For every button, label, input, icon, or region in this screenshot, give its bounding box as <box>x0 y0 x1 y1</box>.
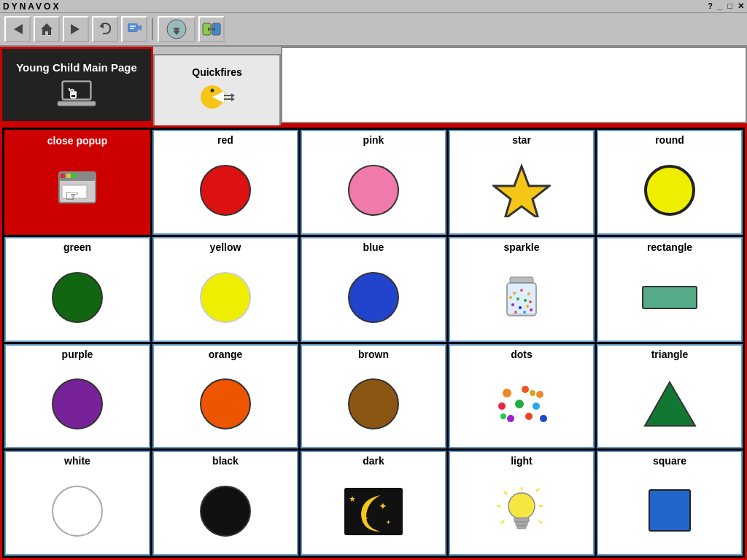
cell-brown-icon <box>302 362 445 448</box>
svg-marker-27 <box>231 97 235 101</box>
svg-rect-65 <box>344 488 403 535</box>
svg-point-60 <box>525 413 533 420</box>
svg-text:✦: ✦ <box>363 514 368 522</box>
svg-rect-36 <box>510 277 533 283</box>
titlebar-left: DYNAVOX <box>3 1 61 12</box>
tab-display <box>281 47 747 123</box>
cell-square-icon <box>598 468 741 554</box>
cell-rectangle[interactable]: rectangle <box>597 237 743 342</box>
cell-dark[interactable]: dark ✦ ✦ ✦ <box>301 451 446 556</box>
cell-pink-label: pink <box>363 134 384 146</box>
tab-main[interactable]: Young Child Main Page 🖱 <box>0 47 153 123</box>
svg-line-78 <box>536 489 539 491</box>
tab-main-label: Young Child Main Page <box>16 61 137 74</box>
cell-brown[interactable]: brown <box>301 344 446 449</box>
app-title: DYNAVOX <box>3 1 61 12</box>
cell-blue-label: blue <box>363 241 384 253</box>
cell-white-icon <box>6 468 149 554</box>
cell-rectangle-label: rectangle <box>647 241 692 253</box>
cell-dots-icon <box>450 362 593 448</box>
minimize-button[interactable]: _ <box>718 1 722 10</box>
svg-rect-4 <box>128 23 138 32</box>
svg-text:🖱: 🖱 <box>66 87 80 101</box>
svg-point-43 <box>511 303 514 306</box>
cell-sparkle[interactable]: sparkle <box>449 237 595 342</box>
cell-rectangle-icon <box>598 254 741 341</box>
cell-black-label: black <box>212 455 239 467</box>
cell-green-icon <box>6 254 149 341</box>
svg-line-80 <box>539 521 542 524</box>
svg-point-59 <box>507 415 514 422</box>
help-button[interactable]: ? <box>708 1 713 10</box>
svg-point-54 <box>522 386 529 393</box>
svg-rect-31 <box>66 174 71 178</box>
svg-point-53 <box>503 389 511 397</box>
nav-area: Young Child Main Page 🖱 Quickfires <box>0 47 747 125</box>
svg-rect-52 <box>643 287 697 308</box>
cell-blue[interactable]: blue <box>301 237 446 342</box>
home-button[interactable] <box>34 16 60 42</box>
toolbar-separator-1 <box>152 18 153 40</box>
cell-white[interactable]: white <box>4 451 150 556</box>
cell-black-icon <box>154 468 297 554</box>
main-grid: close popup ☞ red pink star <box>0 125 747 560</box>
cell-round[interactable]: round <box>597 130 743 235</box>
toolbar <box>0 13 747 47</box>
cell-pink[interactable]: pink <box>301 130 446 235</box>
svg-marker-64 <box>645 382 695 426</box>
close-popup-cell[interactable]: close popup ☞ <box>4 130 150 235</box>
svg-point-42 <box>524 299 527 302</box>
svg-text:✦: ✦ <box>386 519 391 526</box>
cell-red-icon <box>154 147 297 233</box>
cell-red-label: red <box>217 134 233 146</box>
cell-dark-icon: ✦ ✦ ✦ <box>302 468 445 554</box>
svg-point-38 <box>513 292 516 295</box>
svg-rect-71 <box>514 518 529 522</box>
svg-rect-51 <box>507 314 536 316</box>
svg-point-48 <box>530 308 533 311</box>
cell-round-label: round <box>655 134 684 146</box>
forward-button[interactable] <box>63 16 89 42</box>
svg-point-63 <box>530 390 535 396</box>
cell-square[interactable]: square <box>597 451 743 556</box>
cell-purple-icon <box>6 362 149 448</box>
svg-marker-25 <box>231 93 235 98</box>
svg-marker-5 <box>138 25 142 31</box>
maximize-button[interactable]: □ <box>727 1 732 10</box>
svg-line-75 <box>504 491 507 494</box>
svg-marker-0 <box>14 24 23 34</box>
cell-star[interactable]: star <box>449 130 595 235</box>
speak-button[interactable] <box>121 16 147 42</box>
cell-green[interactable]: green <box>4 237 150 342</box>
action-button[interactable] <box>198 16 225 42</box>
svg-line-79 <box>501 521 504 524</box>
cell-pink-icon <box>302 147 445 233</box>
close-popup-label: close popup <box>47 135 107 147</box>
cell-red[interactable]: red <box>152 130 298 235</box>
cell-light[interactable]: light <box>449 451 595 556</box>
cell-dots[interactable]: dots <box>449 344 595 449</box>
dropdown-button[interactable] <box>158 16 196 42</box>
cell-yellow[interactable]: yellow <box>152 237 298 342</box>
cell-triangle-label: triangle <box>651 349 689 360</box>
tab-quickfires-label: Quickfires <box>192 66 241 78</box>
cell-blue-icon <box>302 254 445 341</box>
undo-button[interactable] <box>92 16 118 42</box>
back-button[interactable] <box>4 16 31 42</box>
svg-point-49 <box>509 296 512 299</box>
cell-purple-label: purple <box>62 349 93 360</box>
close-window-button[interactable]: ✕ <box>738 1 744 10</box>
svg-point-70 <box>508 493 535 519</box>
cell-yellow-label: yellow <box>210 241 241 253</box>
cell-black[interactable]: black <box>152 451 298 556</box>
svg-rect-30 <box>61 174 65 178</box>
cell-green-label: green <box>63 241 91 253</box>
svg-point-61 <box>540 415 547 422</box>
cell-square-label: square <box>653 455 686 467</box>
cell-triangle[interactable]: triangle <box>597 344 743 449</box>
cell-orange[interactable]: orange <box>152 344 298 449</box>
cell-purple[interactable]: purple <box>4 344 150 449</box>
titlebar-controls[interactable]: ? _ □ ✕ <box>708 1 744 11</box>
svg-text:✦: ✦ <box>379 500 387 512</box>
tab-quickfires[interactable]: Quickfires <box>153 54 281 125</box>
